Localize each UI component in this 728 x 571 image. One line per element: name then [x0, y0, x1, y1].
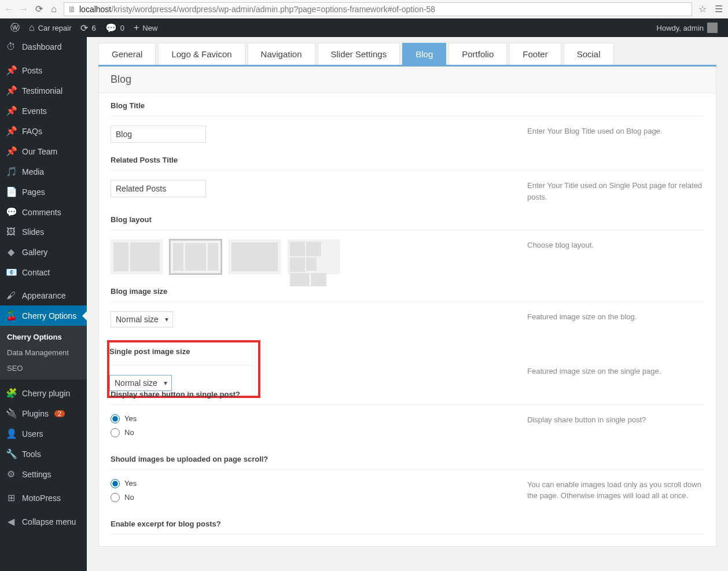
blog-title-input[interactable]: [111, 126, 206, 143]
plus-icon: +: [134, 23, 139, 33]
lazy-yes-radio[interactable]: [111, 479, 120, 488]
tab-general[interactable]: General: [98, 43, 156, 65]
single-image-size-select[interactable]: Normal size: [109, 375, 172, 391]
layout-thumb-2[interactable]: [170, 240, 222, 274]
section-desc: Featured image size on the single page.: [527, 366, 704, 377]
submenu-item-cherry-options[interactable]: Cherry Options: [0, 329, 87, 345]
pin-icon: 📌: [6, 146, 16, 157]
site-name-link[interactable]: ⌂Car repair: [24, 19, 76, 37]
appearance-icon: 🖌: [6, 290, 16, 301]
home-icon[interactable]: ⌂: [49, 4, 59, 14]
share-no-row[interactable]: No: [111, 428, 504, 437]
sidebar-item-label: Media: [22, 167, 44, 176]
sidebar-item-settings[interactable]: ⚙Settings: [0, 464, 87, 484]
contact-icon: 📧: [6, 267, 16, 278]
sidebar-item-label: Cherry Options: [22, 311, 76, 321]
layout-thumbs: [111, 240, 504, 274]
related-posts-input[interactable]: [111, 180, 206, 197]
sidebar-item-slides[interactable]: 🖼Slides: [0, 222, 87, 242]
section-blog-layout: Blog layout Choose blog: [99, 207, 716, 279]
section-desc: Choose blog layout.: [527, 240, 704, 274]
tab-social[interactable]: Social: [564, 43, 614, 65]
lazy-yes-row[interactable]: Yes: [111, 479, 504, 488]
share-yes-row[interactable]: Yes: [111, 414, 504, 423]
hamburger-menu-icon[interactable]: ☰: [713, 3, 725, 14]
admin-sidebar: ⏱Dashboard📌Posts📌Testimonial📌Events📌FAQs…: [0, 37, 87, 571]
tab-slider-settings[interactable]: Slider Settings: [318, 43, 400, 65]
layout-thumb-3[interactable]: [229, 240, 281, 274]
updates-count: 6: [91, 24, 95, 32]
sidebar-item-collapse-menu[interactable]: ◀Collapse menu: [0, 511, 87, 532]
share-no-radio[interactable]: [111, 428, 120, 437]
sidebar-item-dashboard[interactable]: ⏱Dashboard: [0, 37, 87, 57]
section-label: Display share button in single post?: [111, 390, 704, 405]
lazy-no-radio[interactable]: [111, 493, 120, 502]
submenu-item-data-management[interactable]: Data Management: [0, 345, 87, 360]
slides-icon: 🖼: [6, 227, 16, 237]
pin-icon: 📌: [6, 85, 16, 96]
section-desc: Enter Your Blog Title used on Blog page.: [527, 126, 704, 143]
radio-label: No: [124, 493, 134, 502]
forward-icon[interactable]: →: [19, 4, 29, 14]
new-content-link[interactable]: +New: [129, 19, 162, 37]
tab-blog[interactable]: Blog: [402, 43, 446, 65]
gallery-icon: ◆: [6, 246, 16, 257]
media-icon: 🎵: [6, 166, 16, 177]
section-label: Single post image size: [109, 345, 253, 362]
sidebar-item-label: Cherry plugin: [22, 389, 70, 398]
sidebar-item-plugins[interactable]: 🔌Plugins2: [0, 403, 87, 423]
tab-navigation[interactable]: Navigation: [248, 43, 315, 65]
options-tabs: GeneralLogo & FaviconNavigationSlider Se…: [98, 43, 716, 67]
collapse-icon: ◀: [6, 516, 16, 527]
layout-thumb-1[interactable]: [111, 240, 163, 274]
section-desc: Enter Your Title used on Single Post pag…: [527, 180, 704, 202]
url-bar[interactable]: 🗎 localhost/kristy/wordpress4/wordpress/…: [64, 2, 692, 16]
section-label: Enable excerpt for blog posts?: [111, 520, 704, 535]
bookmark-star-icon[interactable]: ☆: [697, 3, 708, 14]
sidebar-item-testimonial[interactable]: 📌Testimonial: [0, 80, 87, 101]
sidebar-item-label: Events: [22, 106, 47, 116]
updates-icon: ⟳: [80, 23, 88, 34]
tab-logo-favicon[interactable]: Logo & Favicon: [158, 43, 245, 65]
sidebar-item-cherry-plugin[interactable]: 🧩Cherry plugin: [0, 383, 87, 403]
back-icon[interactable]: ←: [3, 4, 14, 14]
updates-link[interactable]: ⟳6: [76, 19, 100, 37]
sidebar-item-label: Settings: [22, 470, 52, 479]
comments-link[interactable]: 💬0: [101, 19, 129, 37]
sidebar-item-label: Tools: [22, 450, 41, 459]
home-icon: ⌂: [29, 23, 35, 33]
sidebar-item-gallery[interactable]: ◆Gallery: [0, 242, 87, 262]
sidebar-item-pages[interactable]: 📄Pages: [0, 182, 87, 202]
lazy-no-row[interactable]: No: [111, 493, 504, 502]
sidebar-item-posts[interactable]: 📌Posts: [0, 60, 87, 80]
submenu-item-seo[interactable]: SEO: [0, 360, 87, 376]
blog-image-size-select[interactable]: Normal size: [111, 311, 173, 327]
sidebar-item-tools[interactable]: 🔧Tools: [0, 444, 87, 464]
account-link[interactable]: Howdy, admin: [652, 19, 722, 37]
sidebar-item-media[interactable]: 🎵Media: [0, 161, 87, 182]
tab-portfolio[interactable]: Portfolio: [448, 43, 507, 65]
reload-icon[interactable]: ⟳: [34, 4, 44, 14]
sidebar-item-cherry-options[interactable]: 🍒Cherry Options: [0, 305, 87, 326]
sidebar-item-label: Appearance: [22, 291, 66, 300]
sidebar-item-label: Posts: [22, 66, 42, 75]
settings-icon: ⚙: [6, 469, 16, 480]
tab-footer[interactable]: Footer: [509, 43, 561, 65]
sidebar-item-users[interactable]: 👤Users: [0, 423, 87, 444]
sidebar-item-comments[interactable]: 💬Comments: [0, 202, 87, 222]
share-yes-radio[interactable]: [111, 414, 120, 423]
sidebar-item-events[interactable]: 📌Events: [0, 101, 87, 121]
sidebar-item-our-team[interactable]: 📌Our Team: [0, 141, 87, 161]
page-icon: 📄: [6, 186, 16, 197]
sidebar-item-label: FAQs: [22, 127, 42, 136]
cherry-icon: 🍒: [6, 310, 16, 321]
content-area: GeneralLogo & FaviconNavigationSlider Se…: [87, 37, 728, 571]
layout-thumb-4[interactable]: [288, 240, 340, 274]
wp-logo[interactable]: ⓦ: [6, 19, 24, 37]
section-lazy-images: Should images be uploaded on page scroll…: [99, 447, 716, 511]
sidebar-item-appearance[interactable]: 🖌Appearance: [0, 286, 87, 305]
sidebar-item-motopress[interactable]: ⊞MotoPress: [0, 488, 87, 508]
site-name-label: Car repair: [38, 24, 72, 32]
sidebar-item-contact[interactable]: 📧Contact: [0, 262, 87, 282]
sidebar-item-faqs[interactable]: 📌FAQs: [0, 121, 87, 141]
